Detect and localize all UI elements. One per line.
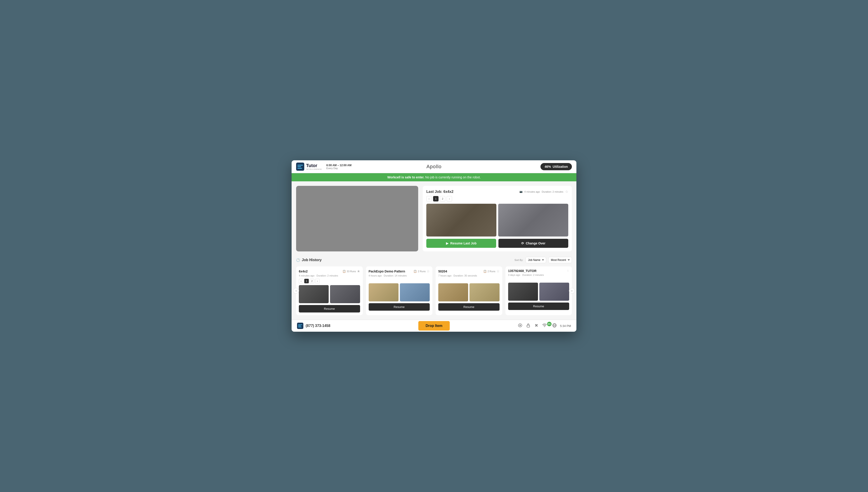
- job-history-section: 🕐 Job History Sort By: Job Name Most Rec…: [296, 257, 572, 315]
- card-2-images: [438, 283, 500, 301]
- camera-feed: [296, 186, 418, 251]
- tutor-footer-icon: [297, 323, 303, 329]
- card-1-resume-button[interactable]: Resume: [369, 303, 430, 311]
- changeover-icon: ⟳: [521, 242, 524, 245]
- card-3-image-1: [508, 282, 538, 301]
- job-meta: 📷 4 minutes ago Duration: 2 minutes ☆: [519, 190, 568, 194]
- status-rest: No job is currently running on the robot…: [425, 175, 481, 179]
- cards-nav-right[interactable]: ›: [569, 288, 575, 294]
- job-card-2: 50204 📋 2 Runs ☆ 7 hours ago Duration: 3…: [436, 266, 502, 315]
- job-history-header: 🕐 Job History Sort By: Job Name Most Rec…: [296, 257, 572, 263]
- status-bold: Workcell is safe to enter.: [387, 175, 425, 179]
- card-3-images: [508, 282, 569, 301]
- job-card-0-header: 6x4x2 📋 33 Runs ★: [299, 269, 360, 273]
- card-3-resume-button[interactable]: Resume: [508, 302, 569, 310]
- job-duration: Duration: 2 minutes: [542, 190, 563, 193]
- svg-rect-7: [298, 327, 302, 327]
- star-button-2[interactable]: ☆: [496, 269, 500, 273]
- resume-label: Resume Last Job: [450, 242, 477, 245]
- svg-rect-2: [298, 166, 301, 167]
- runs-count-2: 2 Runs: [488, 270, 495, 273]
- job-card-0-name: 6x4x2: [299, 270, 308, 273]
- logo-name: Tutor: [306, 163, 322, 168]
- job-card-0-runs: 📋 33 Runs ★: [342, 269, 360, 273]
- job-card-2-name: 50204: [438, 270, 447, 273]
- svg-rect-5: [298, 324, 302, 325]
- sort-by-label: Sort By:: [514, 259, 523, 262]
- job-card-3: 135792468_TUTOR ⋮ 3 days ago Duration: 2…: [505, 266, 572, 315]
- svg-rect-1: [298, 165, 303, 166]
- next-page-button[interactable]: ›: [446, 196, 452, 201]
- job-time-ago: 4 minutes ago: [525, 190, 540, 193]
- card-0-image-1: [299, 285, 329, 303]
- card-2-image-1: [438, 283, 468, 301]
- svg-rect-9: [527, 325, 530, 327]
- star-button-0[interactable]: ★: [357, 269, 360, 273]
- card-0-next[interactable]: ›: [315, 279, 320, 283]
- job-card-2-time: 7 hours ago Duration: 35 seconds: [438, 274, 500, 277]
- runs-count-1: 2 Runs: [418, 270, 426, 273]
- job-image-1-inner: [426, 204, 496, 237]
- card-1-images: [369, 283, 430, 301]
- card-0-pagination: ‹ 1 2 ›: [299, 279, 360, 283]
- wifi-icon: [542, 323, 547, 329]
- job-card-3-runs: ⋮: [567, 270, 569, 272]
- fan-icon: [534, 323, 539, 329]
- history-icon: 🕐: [296, 258, 300, 262]
- header: Tutor Intelligence 6:00 AM – 12:00 AM Ev…: [291, 160, 577, 173]
- job-card-0: 6x4x2 📋 33 Runs ★ 4 minutes ago Duration…: [296, 266, 363, 315]
- drop-item-button[interactable]: Drop Item: [418, 321, 450, 330]
- action-buttons: ▶ Resume Last Job ⟳ Change Over: [426, 239, 568, 248]
- card-2-image-2: [469, 283, 499, 301]
- page-2-button[interactable]: 2: [440, 196, 445, 201]
- footer-icons: EN 5:34 PM: [518, 323, 571, 329]
- job-panel: Last Job: 6x4x2 📷 4 minutes ago Duration…: [423, 186, 572, 251]
- runs-count-0: 33 Runs: [347, 270, 356, 273]
- logo-subtitle: Intelligence: [306, 168, 322, 170]
- schedule-time: 6:00 AM – 12:00 AM: [326, 164, 352, 167]
- job-image-2: [498, 204, 568, 237]
- sort-recent-select[interactable]: Most Recent: [548, 257, 572, 263]
- runs-icon-0: 📋: [342, 270, 346, 273]
- change-over-button[interactable]: ⟳ Change Over: [499, 239, 568, 248]
- svg-rect-6: [298, 326, 301, 326]
- footer-center: Drop Item: [418, 321, 450, 330]
- job-card-2-header: 50204 📋 2 Runs ☆: [438, 269, 500, 273]
- cards-nav-left[interactable]: ‹: [293, 288, 299, 294]
- tutor-logo-icon: [296, 163, 304, 171]
- star-button[interactable]: ☆: [565, 190, 568, 194]
- card-0-images: [299, 285, 360, 303]
- sort-controls: Sort By: Job Name Most Recent: [514, 257, 572, 263]
- top-section: Last Job: 6x4x2 📷 4 minutes ago Duration…: [296, 186, 572, 251]
- sort-name-select[interactable]: Job Name: [526, 257, 546, 263]
- changeover-label: Change Over: [526, 242, 545, 245]
- card-0-image-2: [330, 285, 360, 303]
- job-image-2-inner: [498, 204, 568, 237]
- job-card-1-header: PackExpo Demo Pattern 📋 2 Runs ☆: [369, 269, 430, 273]
- job-card-3-time: 3 days ago Duration: 2 minutes: [508, 274, 569, 276]
- job-cards: 6x4x2 📋 33 Runs ★ 4 minutes ago Duration…: [296, 266, 572, 315]
- svg-rect-3: [298, 168, 302, 169]
- resume-last-job-button[interactable]: ▶ Resume Last Job: [426, 239, 496, 248]
- lang-badge: EN: [547, 322, 552, 326]
- card-0-prev[interactable]: ‹: [299, 279, 303, 283]
- camera-icon: 📷: [519, 190, 522, 193]
- page-1-button[interactable]: 1: [433, 196, 438, 201]
- job-history-title: 🕐 Job History: [296, 258, 322, 262]
- route-icon: [518, 323, 522, 329]
- prev-page-button[interactable]: ‹: [426, 196, 432, 201]
- main-content: Last Job: 6x4x2 📷 4 minutes ago Duration…: [291, 181, 577, 320]
- card-2-resume-button[interactable]: Resume: [438, 303, 500, 311]
- lock-icon: [526, 323, 531, 329]
- runs-icon-2: 📋: [483, 270, 487, 273]
- card-1-image-2: [400, 283, 430, 301]
- card-0-page1[interactable]: 1: [304, 279, 309, 283]
- job-cards-wrapper: ‹ 6x4x2 📋 33 Runs ★ 4 m: [296, 266, 572, 315]
- card-0-resume-button[interactable]: Resume: [299, 305, 360, 313]
- page-title: Apollo: [426, 164, 441, 170]
- star-button-1[interactable]: ☆: [427, 269, 430, 273]
- card-3-image-2: [539, 282, 569, 301]
- play-icon: ▶: [446, 242, 449, 245]
- job-card-2-runs: 📋 2 Runs ☆: [483, 269, 500, 273]
- card-0-page2[interactable]: 2: [310, 279, 314, 283]
